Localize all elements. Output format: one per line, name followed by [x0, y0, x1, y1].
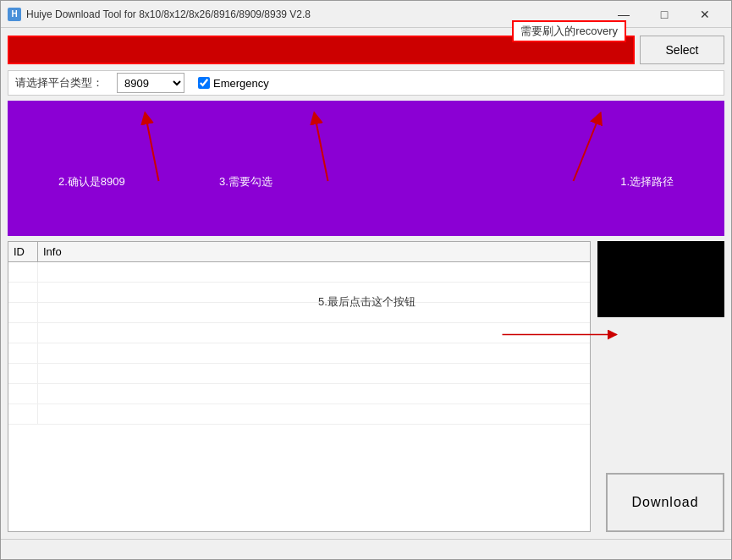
step1-annotation: 1.选择路径 — [620, 174, 674, 189]
close-button[interactable]: ✕ — [685, 3, 724, 26]
status-bar — [1, 539, 731, 559]
recovery-label: 需要刷入的recovery — [512, 20, 626, 42]
restore-button[interactable]: □ — [645, 3, 684, 26]
select-button[interactable]: Select — [640, 36, 724, 64]
emergency-label[interactable]: Emergency — [198, 77, 269, 90]
log-table: ID Info — [8, 241, 591, 532]
file-path-container: 需要刷入的recovery — [8, 36, 635, 64]
emergency-checkbox[interactable] — [198, 77, 210, 89]
svg-line-0 — [146, 118, 159, 181]
emergency-text: Emergency — [213, 77, 269, 90]
instruction-area: 2.确认是8909 3.需要勾选 1.选择路径 — [8, 101, 724, 236]
instruction-arrows — [8, 101, 724, 236]
main-window: H Huiye Download Tool for 8x10/8x12/8x26… — [0, 0, 732, 560]
log-table-header: ID Info — [8, 242, 590, 262]
app-icon: H — [8, 8, 21, 21]
right-panel: 5.最后点击这个按钮 Download — [597, 241, 724, 532]
table-row — [8, 283, 590, 303]
platform-row: 请选择平台类型： 8909 8x10 8x12 8x26 8916 8939 E… — [8, 70, 724, 96]
col-id: ID — [8, 242, 38, 261]
platform-select[interactable]: 8909 8x10 8x12 8x26 8916 8939 — [117, 73, 184, 93]
svg-line-2 — [574, 118, 599, 181]
log-section: ID Info — [8, 241, 724, 532]
step3-annotation: 3.需要勾选 — [219, 174, 272, 189]
download-button[interactable]: Download — [606, 473, 724, 532]
file-row: 需要刷入的recovery Select — [8, 35, 724, 65]
platform-label: 请选择平台类型： — [15, 75, 103, 91]
content-area: 需要刷入的recovery Select 请选择平台类型： 8909 8x10 … — [1, 28, 731, 539]
step5-text: 5.最后点击这个按钮 — [318, 294, 416, 310]
table-row — [8, 364, 590, 384]
video-preview — [597, 241, 724, 317]
window-title: Huiye Download Tool for 8x10/8x12/8x26/8… — [26, 8, 604, 20]
svg-line-1 — [316, 118, 328, 181]
table-row — [8, 404, 590, 425]
step2-annotation: 2.确认是8909 — [58, 174, 125, 189]
log-table-body — [8, 262, 590, 531]
step5-arrow — [462, 316, 631, 366]
col-info: Info — [38, 242, 590, 261]
step5-area: 5.最后点击这个按钮 Download — [597, 324, 724, 532]
table-row — [8, 262, 590, 283]
table-row — [8, 384, 590, 404]
